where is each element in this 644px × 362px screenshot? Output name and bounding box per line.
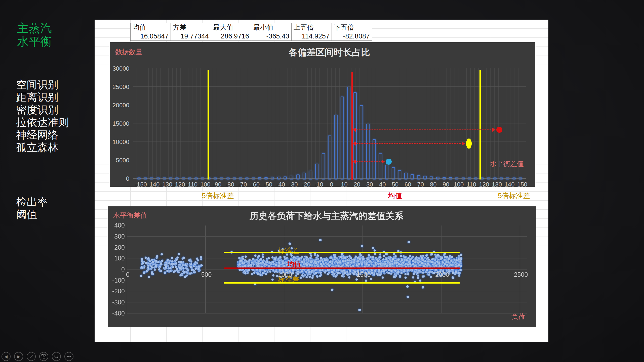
histogram-bar <box>252 177 255 179</box>
metric-item: 阈值 <box>16 208 48 221</box>
pen-tools-button[interactable] <box>27 352 36 361</box>
histogram-bar <box>284 176 287 179</box>
histogram-bar <box>264 177 268 179</box>
histogram-bar <box>360 105 363 179</box>
slide-title-line2: 水平衡 <box>17 35 52 48</box>
x-tick-label: 40 <box>379 181 386 188</box>
arrowhead-left <box>352 160 356 164</box>
histogram-bar <box>175 177 179 179</box>
y-tick-label: 10000 <box>112 139 129 146</box>
mean-line <box>351 72 353 180</box>
histogram-bar <box>188 177 191 179</box>
histogram-bar <box>315 164 318 179</box>
stats-value: 16.05847 <box>131 32 171 41</box>
method-item: 神经网络 <box>16 129 69 141</box>
histogram-title: 各偏差区间时长占比 <box>289 46 370 59</box>
slides-grid-icon <box>42 354 46 359</box>
x-tick-label: 150 <box>517 181 527 188</box>
distance-arrow <box>354 161 383 162</box>
y-tick-label: 30000 <box>112 65 129 72</box>
distance-arrow <box>354 143 463 144</box>
x-tick-label: 120 <box>479 181 489 188</box>
arrowhead-right <box>492 128 496 132</box>
y-tick-label: 5000 <box>112 157 129 164</box>
stats-header: 最小值 <box>251 23 292 32</box>
stats-value: 19.77344 <box>171 32 211 41</box>
x-tick-label: -80 <box>225 181 234 188</box>
histogram-bar <box>468 177 471 179</box>
x-tick-label: -150 <box>135 181 147 188</box>
histogram-ylabel: 数据数量 <box>115 47 142 56</box>
histogram-bar <box>462 177 465 179</box>
histogram-bar <box>385 165 388 179</box>
histogram-bar <box>182 177 185 179</box>
slideshow-toolbar: ◀ ▶ <box>2 352 73 361</box>
y-tick-label: 100 <box>109 255 125 262</box>
x-tick-label: -30 <box>289 181 298 188</box>
histogram-bar <box>137 177 141 179</box>
arrowhead-right <box>382 160 385 164</box>
histogram-bar <box>201 177 204 179</box>
histogram-bar <box>379 153 382 179</box>
magnifier-icon <box>54 354 59 359</box>
x-tick-label: 0 <box>330 181 333 188</box>
x-tick-label: 10 <box>341 181 348 188</box>
more-options-button[interactable] <box>64 352 73 361</box>
scatter-canvas <box>108 206 536 327</box>
ellipsis-icon <box>67 354 71 359</box>
presentation-slide[interactable]: 主蒸汽 水平衡 空间识别 距离识别 密度识别 拉依达准则 神经网络 孤立森林 检… <box>0 0 644 362</box>
y-tick-label: -100 <box>109 277 125 284</box>
x-tick-label: -50 <box>264 181 272 188</box>
histogram-bar <box>271 177 274 179</box>
histogram-bar <box>290 176 293 179</box>
see-all-slides-button[interactable] <box>39 352 48 361</box>
x-tick-label: 130 <box>492 181 502 188</box>
histogram-bar <box>506 177 509 179</box>
x-tick-label: -90 <box>213 181 222 188</box>
next-icon: ▶ <box>17 354 20 359</box>
histogram-bar <box>239 177 242 179</box>
stats-value-row: 16.05847 19.77344 286.9716 -365.43 114.9… <box>131 32 372 41</box>
histogram-bar <box>500 177 503 179</box>
histogram-bar <box>436 177 439 179</box>
x-tick-label: -70 <box>238 181 247 188</box>
x-tick-label: 90 <box>443 181 450 188</box>
x-tick-label: -120 <box>173 181 185 188</box>
next-slide-button[interactable]: ▶ <box>14 352 23 361</box>
y-tick-label: 20000 <box>112 102 129 109</box>
stats-table: 均值 方差 最大值 最小值 上五倍 下五倍 16.05847 19.77344 … <box>130 23 372 41</box>
metric-list: 检出率 阈值 <box>16 196 48 221</box>
x-tick-label: 1000 <box>278 271 292 278</box>
x-tick-label: 1500 <box>357 271 371 278</box>
histogram-bar <box>455 177 458 179</box>
histogram-bar <box>334 115 338 179</box>
stats-header-row: 均值 方差 最大值 最小值 上五倍 下五倍 <box>131 23 372 32</box>
histogram-bar <box>277 177 280 179</box>
histogram-bar <box>296 174 300 179</box>
histogram-bar <box>309 171 312 179</box>
y-tick-label: 25000 <box>112 83 129 90</box>
method-item: 距离识别 <box>16 91 69 104</box>
slide-title-line1: 主蒸汽 <box>17 22 52 35</box>
stats-header: 最大值 <box>211 23 251 32</box>
y-tick-label: -200 <box>109 288 125 295</box>
y-tick-label: 15000 <box>112 120 129 127</box>
method-item: 密度识别 <box>16 104 69 116</box>
metric-item: 检出率 <box>16 196 48 208</box>
histogram-bar <box>423 176 427 179</box>
method-item: 空间识别 <box>16 78 69 91</box>
y-tick-label: 200 <box>109 244 125 251</box>
x-tick-label: 50 <box>392 181 398 188</box>
histogram-bar <box>487 177 490 179</box>
histogram-bar <box>144 177 147 179</box>
histogram-bar <box>474 177 477 179</box>
stats-value: 286.9716 <box>211 32 251 41</box>
previous-slide-button[interactable]: ◀ <box>2 352 11 361</box>
zoom-slide-button[interactable] <box>52 352 61 361</box>
histogram-bar <box>156 177 160 179</box>
x-tick-label: -140 <box>147 181 159 188</box>
x-tick-label: -10 <box>314 181 323 188</box>
left-sigma-annotation: 5倍标准差 <box>202 191 234 201</box>
x-tick-label: 30 <box>366 181 373 188</box>
histogram-bar <box>442 177 446 179</box>
